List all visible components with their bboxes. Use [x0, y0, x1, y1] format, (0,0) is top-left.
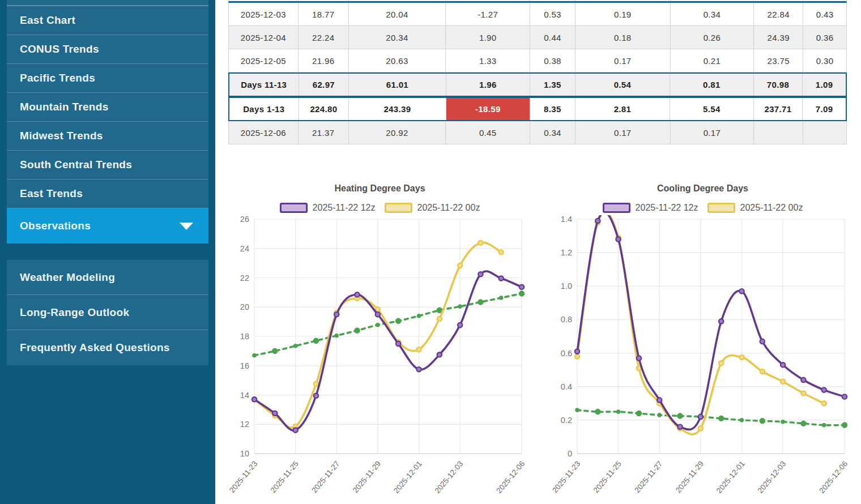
sidebar-item-conus-trends[interactable]: CONUS Trends — [7, 35, 208, 64]
value-cell: 0.43 — [803, 3, 846, 25]
data-point — [781, 362, 785, 367]
data-point — [842, 422, 847, 428]
y-tick-label: 1.4 — [561, 215, 572, 224]
sidebar-item-pacific-trends[interactable]: Pacific Trends — [7, 64, 208, 93]
value-cell: 21.96 — [298, 49, 348, 72]
value-cell: 243.39 — [348, 98, 445, 120]
value-cell: 1.09 — [802, 74, 846, 96]
sidebar-item-midwest-trends[interactable]: Midwest Trends — [7, 122, 208, 151]
data-point — [575, 349, 579, 353]
data-point — [595, 409, 601, 415]
value-cell: 62.97 — [299, 74, 349, 96]
chart-legend: 2025-11-22 12z 2025-11-22 00z — [551, 203, 854, 213]
y-tick-label: 16 — [240, 361, 249, 370]
clipped-cell — [575, 0, 670, 1]
sidebar-item-east-trends[interactable]: East Trends — [7, 180, 208, 208]
data-point — [416, 367, 421, 371]
x-tick-label: 2025-12-03 — [433, 459, 465, 495]
data-point — [698, 415, 703, 419]
data-point — [760, 418, 765, 424]
data-point — [519, 291, 525, 297]
summary-row: Days 1-13224.80243.39-18.598.352.815.542… — [228, 97, 847, 121]
clipped-cell — [803, 0, 846, 1]
sidebar-item-label: Observations — [20, 220, 91, 232]
x-tick-label: 2025-11-25 — [592, 459, 623, 494]
sidebar-item-long-range-outlook[interactable]: Long-Range Outlook — [7, 295, 208, 330]
data-point — [658, 413, 662, 417]
sidebar-item-clipped-top[interactable] — [7, 0, 208, 6]
sidebar-item-weather-modeling[interactable]: Weather Modeling — [7, 260, 208, 295]
value-cell: 7.09 — [802, 98, 846, 120]
data-point — [677, 425, 682, 429]
data-point — [760, 339, 765, 344]
value-cell: 0.21 — [670, 49, 754, 72]
data-point — [293, 344, 297, 348]
value-cell: 2.81 — [575, 98, 670, 120]
sidebar-item-observations[interactable]: Observations — [7, 208, 208, 244]
value-cell: 5.54 — [670, 98, 753, 120]
series-line-0 — [254, 271, 522, 430]
value-cell: 0.17 — [575, 49, 670, 72]
data-point — [842, 394, 847, 399]
cooling-degree-days-chart: Cooling Degree Days 2025-11-22 12z 2025-… — [551, 178, 854, 504]
sidebar-group-regions: East ChartCONUS TrendsPacific TrendsMoun… — [7, 6, 208, 244]
value-cell: 0.53 — [530, 3, 575, 25]
legend-label: 2025-11-22 00z — [740, 203, 803, 213]
value-cell: 1.96 — [446, 74, 530, 96]
data-point — [822, 423, 826, 427]
clipped-cell — [298, 0, 348, 1]
sidebar-item-south-central-trends[interactable]: South Central Trends — [7, 151, 208, 180]
value-cell: 0.44 — [530, 26, 575, 49]
data-point — [822, 387, 826, 392]
legend-item-12z[interactable]: 2025-11-22 12z — [603, 203, 698, 213]
y-tick-label: 1.0 — [561, 281, 572, 291]
chart-legend: 2025-11-22 12z 2025-11-22 00z — [228, 203, 531, 213]
data-point — [499, 276, 504, 280]
legend-swatch-12z — [280, 203, 308, 213]
cooling-chart-plot: 00.20.40.60.81.01.21.42025-11-232025-11-… — [551, 215, 854, 498]
data-point — [499, 250, 504, 254]
data-point — [575, 354, 579, 358]
data-point — [458, 263, 462, 268]
data-point — [253, 353, 257, 357]
sidebar-item-mountain-trends[interactable]: Mountain Trends — [7, 93, 208, 122]
value-cell: 0.81 — [670, 74, 753, 96]
data-point — [616, 237, 620, 241]
data-point — [396, 341, 400, 346]
x-tick-label: 2025-11-27 — [310, 459, 341, 494]
data-point — [718, 416, 724, 421]
chevron-down-icon — [180, 223, 193, 230]
data-point — [376, 323, 380, 327]
value-cell: 22.24 — [298, 26, 348, 49]
data-point — [355, 328, 360, 334]
value-cell: 20.92 — [348, 121, 446, 144]
value-cell: 0.34 — [670, 3, 754, 25]
y-tick-label: 1.2 — [561, 248, 572, 257]
data-point — [437, 317, 442, 321]
sidebar-item-east-chart[interactable]: East Chart — [7, 6, 208, 35]
sidebar-item-frequently-asked-questions[interactable]: Frequently Asked Questions — [7, 330, 208, 365]
y-tick-label: 10 — [240, 449, 249, 458]
data-point — [334, 312, 339, 317]
value-cell: 0.38 — [530, 49, 575, 72]
legend-item-00z[interactable]: 2025-11-22 00z — [707, 203, 803, 213]
data-point — [458, 323, 462, 327]
x-tick-label: 2025-11-23 — [228, 459, 259, 494]
data-point — [272, 348, 278, 354]
legend-item-00z[interactable]: 2025-11-22 00z — [385, 203, 480, 213]
row-label-cell: 2025-12-05 — [229, 49, 298, 72]
row-label-cell: 2025-12-03 — [229, 3, 298, 25]
summary-row: Days 11-1362.9761.011.961.350.540.8170.9… — [228, 72, 847, 97]
data-point — [822, 401, 826, 405]
legend-item-12z[interactable]: 2025-11-22 12z — [280, 203, 376, 213]
row-label-cell: Days 11-13 — [229, 74, 299, 96]
sidebar-item-label: Weather Modeling — [20, 271, 115, 284]
x-tick-label: 2025-11-23 — [551, 459, 582, 494]
x-tick-label: 2025-11-25 — [269, 459, 300, 494]
value-cell: 0.17 — [670, 121, 754, 144]
clipped-cell — [530, 0, 575, 1]
table-row: 2025-12-0621.3720.920.450.340.170.17 — [228, 121, 847, 144]
data-point — [478, 272, 483, 276]
data-point — [616, 410, 620, 414]
value-cell: 21.37 — [298, 121, 348, 144]
